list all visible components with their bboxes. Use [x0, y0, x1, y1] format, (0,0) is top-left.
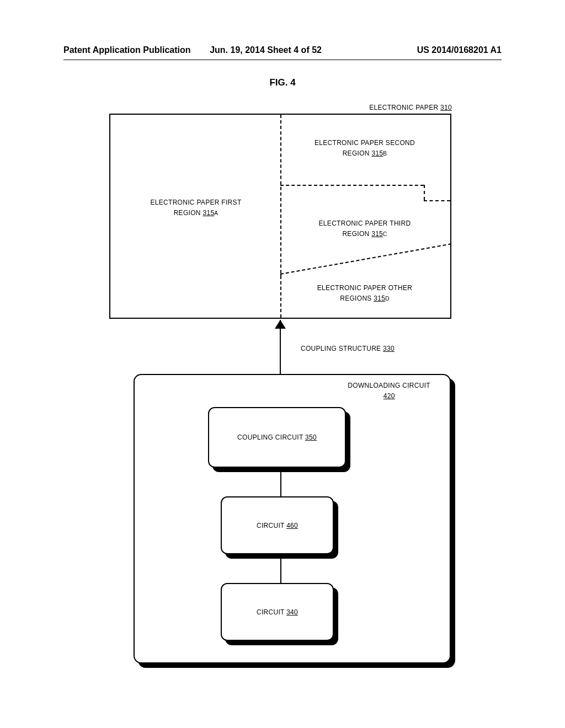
diagonal-divider [280, 243, 452, 275]
first-region-label: ELECTRONIC PAPER FIRST REGION 315A [135, 197, 257, 218]
other-regions-label: ELECTRONIC PAPER OTHER REGIONS 315D [304, 283, 425, 304]
header-publication: Patent Application Publication [63, 45, 191, 55]
connector-2 [280, 559, 281, 583]
arrow-line [280, 320, 281, 375]
coupling-structure-label: COUPLING STRUCTURE 330 [301, 345, 395, 352]
electronic-paper-box: ELECTRONIC PAPER FIRST REGION 315A ELECT… [109, 114, 451, 319]
electronic-paper-label: ELECTRONIC PAPER 310 [369, 104, 452, 111]
header-date-sheet: Jun. 19, 2014 Sheet 4 of 52 [210, 45, 322, 55]
circuit-340-box: CIRCUIT 340 [221, 583, 334, 641]
header-rule [63, 60, 502, 60]
downloading-circuit-box: DOWNLOADING CIRCUIT 420 COUPLING CIRCUIT… [134, 374, 451, 663]
header-patent-number: US 2014/0168201 A1 [417, 45, 502, 55]
diagram-canvas: ELECTRONIC PAPER 310 ELECTRONIC PAPER FI… [63, 94, 502, 673]
downloading-circuit-label: DOWNLOADING CIRCUIT 420 [348, 381, 430, 402]
figure-label: FIG. 4 [269, 77, 295, 88]
horizontal-divider-1-step [424, 185, 425, 200]
connector-1 [280, 472, 281, 496]
coupling-circuit-box: COUPLING CIRCUIT 350 [208, 407, 346, 468]
second-region-label: ELECTRONIC PAPER SECOND REGION 315B [299, 138, 431, 159]
third-region-label: ELECTRONIC PAPER THIRD REGION 315C [304, 218, 425, 239]
horizontal-divider-1 [280, 185, 424, 186]
vertical-divider [280, 115, 281, 318]
horizontal-divider-1-step-h [424, 200, 450, 201]
circuit-460-box: CIRCUIT 460 [221, 496, 334, 554]
page-header: Patent Application Publication Jun. 19, … [63, 45, 502, 55]
